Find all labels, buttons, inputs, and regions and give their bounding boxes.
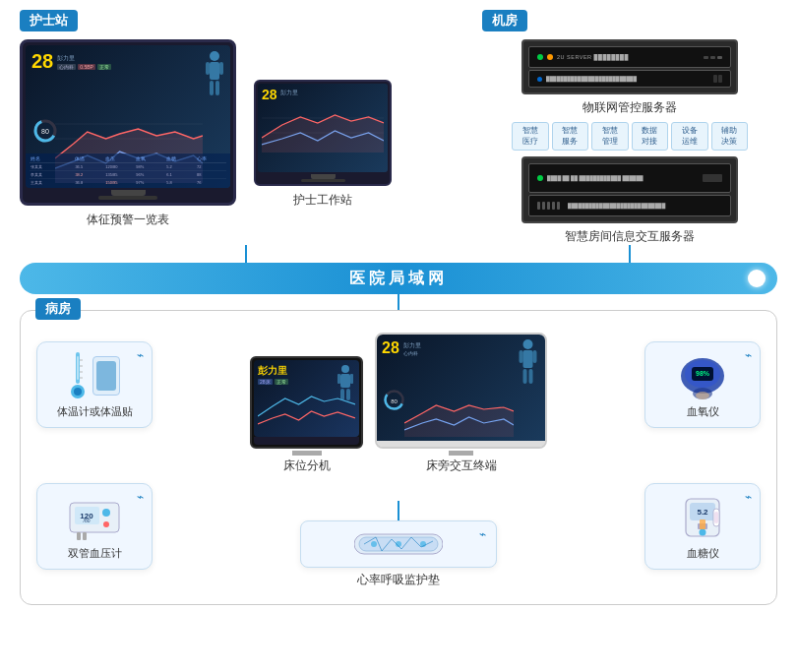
svg-rect-33 [337,374,340,384]
bluetooth-icon-therm: ⌁ [137,348,144,362]
svg-point-48 [371,541,377,547]
thermometer-label: 体温计或体温贴 [47,404,142,419]
svg-point-56 [696,392,709,399]
svg-point-0 [210,51,219,61]
server1-label: 物联网管控服务器 [482,99,777,116]
svg-rect-4 [210,81,214,95]
thermometer-icon [69,350,87,401]
bluetooth-icon-glucose: ⌁ [745,490,752,504]
server2-unit: ████ ██ ██ ████████████ ██████ █████████… [521,156,738,223]
module-item-6: 辅助决策 [711,122,749,151]
svg-rect-2 [206,62,210,75]
module-grid: 智慧医疗 智慧服务 智慧管理 数据对接 设备运维 辅助决策 [512,122,748,151]
svg-text:98%: 98% [695,370,709,377]
module-item-3: 智慧管理 [591,122,629,151]
svg-rect-35 [340,389,344,400]
workstation-chart [262,103,384,153]
vitals-monitor: 28 彭力里 心内科 0.5BP 正常 [20,39,236,228]
svg-rect-39 [520,350,523,363]
module-item-1: 智慧医疗 [512,122,549,151]
bluetooth-icon-hr: ⌁ [479,527,486,541]
hr-pad-label: 心率呼吸监护垫 [357,572,440,588]
bedside-body-icon [516,338,540,393]
bluetooth-icon-bp: ⌁ [137,490,144,504]
svg-point-31 [341,365,349,373]
svg-point-28 [103,521,109,527]
network-bar: 医院局域网 [20,263,777,294]
svg-text:80: 80 [391,398,398,404]
ward-title: 病房 [35,298,81,320]
svg-text:80: 80 [41,128,49,135]
svg-rect-3 [219,62,223,75]
server2-label: 智慧房间信息交互服务器 [482,228,777,245]
glucose-label: 血糖仪 [655,546,750,561]
svg-text:/80: /80 [84,518,91,523]
nurse-station-title: 护士站 [20,10,78,31]
svg-point-61 [700,529,706,536]
nurse-station-section: 护士站 28 彭力里 心内科 0.5BP [20,10,472,228]
glucose-card: ⌁ 5.2 [644,483,761,570]
bp-meter-card: ⌁ 120 /80 [36,483,153,570]
svg-rect-5 [215,81,219,95]
bed-body-icon [336,364,355,407]
svg-rect-41 [523,369,527,384]
server-room-section: 机房 2U SERVER ████████ ██████████████████… [482,10,777,245]
svg-point-18 [74,388,82,396]
bed-unit: 彭力里 28床 正常 [250,356,363,474]
hr-pad-container: ⌁ 心率呼 [300,501,497,588]
svg-rect-42 [529,369,533,384]
svg-rect-30 [83,532,87,540]
bedside-terminal: 28 彭力里 心内科 [375,333,547,474]
network-label: 医院局域网 [349,269,448,289]
bp-device-icon: 120 /80 [65,493,124,542]
bp-label: 双管血压计 [47,546,142,561]
oximeter-icon: 98% [676,352,730,399]
server-room-title: 机房 [482,10,527,31]
server1-unit: 2U SERVER ████████ █████████████████████… [521,39,738,94]
svg-rect-16 [77,356,79,380]
module-item-4: 数据对接 [632,122,669,151]
oximeter-card: ⌁ 98% [644,341,761,428]
thermometer-card: ⌁ [36,341,153,428]
svg-rect-1 [210,62,219,80]
svg-rect-34 [350,374,353,384]
device1-label: 体征预警一览表 [20,212,236,228]
svg-point-27 [102,509,110,517]
svg-rect-29 [77,532,81,540]
svg-rect-38 [523,350,533,368]
left-devices-column: ⌁ [31,323,158,588]
bedside-terminal-label: 床旁交互终端 [426,458,497,474]
ward-section: 病房 ⌁ [20,310,777,605]
right-devices-column: ⌁ 98% [639,323,766,588]
bedside-chart [404,396,514,437]
nurse-workstation: 28 彭力里 [254,80,392,209]
svg-rect-64 [714,512,718,523]
device2-label: 护士工作站 [254,192,392,209]
bed-unit-label: 床位分机 [283,458,331,474]
svg-rect-36 [346,389,350,400]
bluetooth-icon-ox: ⌁ [745,348,752,362]
oximeter-label: 血氧仪 [655,404,750,419]
module-item-5: 设备运维 [671,122,708,151]
svg-rect-40 [533,350,537,363]
center-devices-column: 彭力里 28床 正常 [163,323,634,588]
module-item-2: 智慧服务 [552,122,589,151]
svg-point-37 [523,339,533,349]
bedside-gauge-icon: 80 [382,388,406,412]
svg-text:5.2: 5.2 [697,508,708,517]
svg-rect-32 [340,374,350,388]
body-diagram-icon [204,50,225,104]
svg-rect-62 [700,519,705,529]
glucose-icon: 5.2 [678,494,727,541]
hr-pad-icon [354,529,443,559]
